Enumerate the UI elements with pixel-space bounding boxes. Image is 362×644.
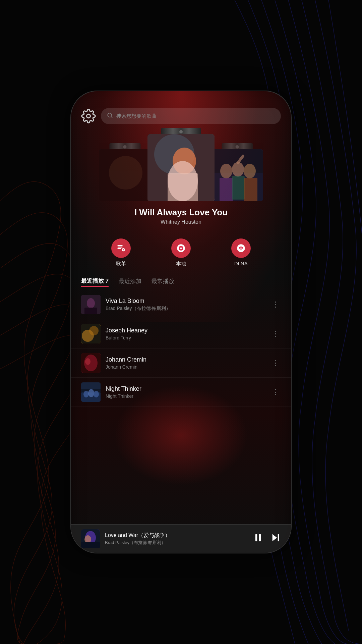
tab-recent[interactable]: 最近播放 7 <box>81 277 109 287</box>
now-playing-title: I Will Always Love You <box>134 207 228 218</box>
pause-button[interactable] <box>253 532 263 545</box>
svg-rect-54 <box>255 534 257 541</box>
song-item-3[interactable]: Night Thinker Night Thinker ⋮ <box>71 378 291 407</box>
song-artist-1: Buford Terry <box>106 335 265 340</box>
svg-rect-8 <box>119 166 131 169</box>
svg-point-34 <box>240 250 241 251</box>
svg-rect-15 <box>147 134 215 201</box>
nav-label-dlna: DLNA <box>234 261 248 266</box>
song-info-3: Night Thinker Night Thinker <box>106 385 265 399</box>
song-thumb-3 <box>81 382 101 402</box>
mini-controls <box>253 532 281 545</box>
svg-point-40 <box>89 326 99 335</box>
carousel-section: I Will Always Love You Whitney Houston <box>71 131 291 225</box>
song-title-0: Viva La Bloom <box>106 298 265 305</box>
tabs-row: 最近播放 7 最近添加 最常播放 <box>81 277 281 287</box>
song-thumb-2 <box>81 353 101 373</box>
svg-point-1 <box>87 114 90 118</box>
mini-thumb <box>81 529 100 548</box>
svg-rect-26 <box>118 247 123 247</box>
svg-point-48 <box>94 391 99 397</box>
song-more-0[interactable]: ⋮ <box>270 299 281 311</box>
song-item-1[interactable]: Joseph Heaney Buford Terry ⋮ <box>71 319 291 348</box>
search-bar[interactable]: 搜索您想要的歌曲 <box>101 108 281 124</box>
song-thumb-1 <box>81 324 101 343</box>
next-button[interactable] <box>270 532 281 545</box>
song-more-2[interactable]: ⋮ <box>270 357 281 369</box>
local-icon <box>171 238 191 258</box>
svg-point-32 <box>180 248 182 249</box>
svg-point-46 <box>83 391 89 397</box>
song-item-2[interactable]: Johann Cremin Johann Cremin ⋮ <box>71 348 291 378</box>
dlna-icon <box>231 238 251 258</box>
song-more-1[interactable]: ⋮ <box>270 328 281 340</box>
svg-point-29 <box>123 249 124 251</box>
svg-point-47 <box>88 389 94 397</box>
svg-line-3 <box>111 116 112 117</box>
nav-label-playlist: 歌单 <box>116 261 126 267</box>
search-placeholder: 搜索您想要的歌曲 <box>116 113 157 119</box>
song-artist-3: Night Thinker <box>106 393 265 399</box>
nav-section: 歌单 本地 <box>71 228 291 270</box>
album-card-left[interactable] <box>99 149 151 201</box>
album-card-center[interactable] <box>147 134 215 201</box>
svg-rect-24 <box>244 178 257 201</box>
playlist-icon <box>111 238 131 258</box>
song-info-2: Johann Cremin Johann Cremin <box>106 356 265 370</box>
song-thumb-0 <box>81 295 101 314</box>
nav-item-dlna[interactable]: DLNA <box>231 238 251 267</box>
svg-point-36 <box>87 298 95 308</box>
song-artist-0: Brad Paisley（布拉德·帕斯利） <box>106 306 265 312</box>
tabs-section: 最近播放 7 最近添加 最常播放 <box>71 270 291 287</box>
svg-point-6 <box>116 158 133 178</box>
svg-rect-49 <box>81 382 101 389</box>
nav-item-playlist[interactable]: 歌单 <box>111 238 131 267</box>
carousel-row <box>71 134 291 201</box>
tab-recent-add[interactable]: 最近添加 <box>119 277 141 286</box>
svg-rect-7 <box>116 176 133 200</box>
svg-point-19 <box>232 162 244 177</box>
song-list: Viva La Bloom Brad Paisley（布拉德·帕斯利） ⋮ <box>71 287 291 524</box>
song-info-0: Viva La Bloom Brad Paisley（布拉德·帕斯利） <box>106 298 265 312</box>
svg-rect-5 <box>99 169 151 201</box>
mini-artist: Brad Paisley（布拉德·帕斯利） <box>105 540 248 546</box>
tab-most-played[interactable]: 最常播放 <box>152 277 174 286</box>
mini-player: Love and War（爱与战争） Brad Paisley（布拉德·帕斯利） <box>71 524 291 553</box>
now-playing-artist: Whitney Houston <box>161 219 201 225</box>
svg-rect-53 <box>81 542 100 548</box>
song-item-0[interactable]: Viva La Bloom Brad Paisley（布拉德·帕斯利） ⋮ <box>71 290 291 319</box>
nav-item-local[interactable]: 本地 <box>171 238 191 267</box>
album-card-right[interactable] <box>211 149 263 201</box>
header: 搜索您想要的歌曲 <box>71 91 291 131</box>
svg-rect-4 <box>99 149 151 201</box>
settings-icon[interactable] <box>81 109 96 123</box>
svg-rect-37 <box>84 308 97 314</box>
svg-rect-55 <box>259 534 261 541</box>
svg-rect-22 <box>220 178 233 201</box>
svg-rect-27 <box>118 248 121 249</box>
svg-rect-23 <box>232 176 245 200</box>
song-more-3[interactable]: ⋮ <box>270 386 281 398</box>
mini-info: Love and War（爱与战争） Brad Paisley（布拉德·帕斯利） <box>105 532 248 546</box>
search-icon <box>107 112 113 120</box>
svg-point-43 <box>85 358 90 365</box>
svg-rect-57 <box>278 534 279 541</box>
song-title-3: Night Thinker <box>106 385 265 392</box>
song-artist-2: Johann Cremin <box>106 364 265 370</box>
mini-title: Love and War（爱与战争） <box>105 532 248 539</box>
svg-rect-9 <box>99 149 151 201</box>
svg-rect-25 <box>118 245 123 246</box>
svg-marker-56 <box>273 534 277 541</box>
song-title-2: Johann Cremin <box>106 356 265 363</box>
svg-point-20 <box>244 164 256 178</box>
nav-label-local: 本地 <box>176 261 186 267</box>
song-info-1: Joseph Heaney Buford Terry <box>106 327 265 340</box>
svg-point-18 <box>220 164 232 178</box>
song-title-1: Joseph Heaney <box>106 327 265 334</box>
